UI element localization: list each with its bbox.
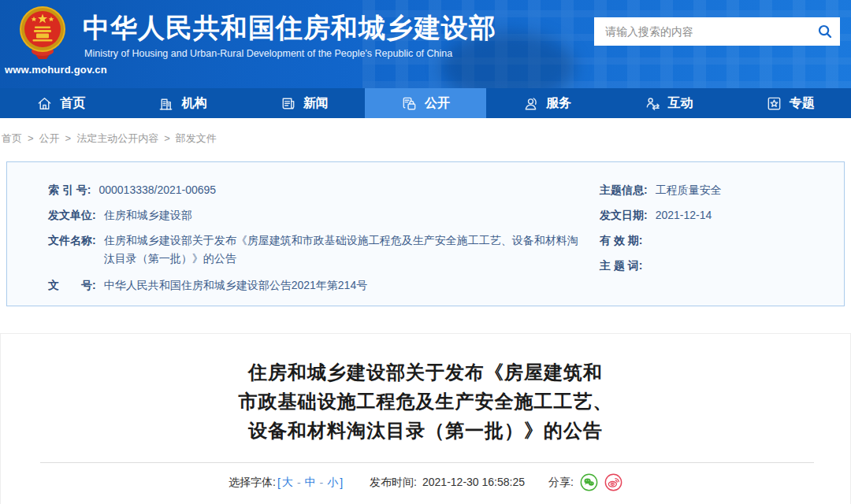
info-label: 有 效 期:: [600, 232, 642, 248]
info-row-file-name: 文件名称: 住房和城乡建设部关于发布《房屋建筑和市政基础设施工程危及生产安全施工…: [48, 232, 592, 268]
share-label: 分享:: [548, 476, 574, 490]
main-nav: 首页 机构 新闻 公开 服务 互动 专题: [0, 88, 851, 118]
article-title: 住房和城乡建设部关于发布《房屋建筑和 市政基础设施工程危及生产安全施工工艺、 设…: [1, 358, 850, 445]
font-bracket-open: [: [277, 476, 281, 489]
site-header: www.mohurd.gov.cn 中华人民共和国住房和城乡建设部 Minist…: [0, 0, 851, 88]
info-row-index-number: 索 引 号: 000013338/2021-00695: [48, 182, 592, 198]
nav-item-home[interactable]: 首页: [0, 88, 121, 118]
breadcrumb-ministry-docs[interactable]: 部发文件: [176, 132, 217, 144]
info-row-topic-info: 主题信息: 工程质量安全: [600, 182, 836, 198]
site-title-en: Ministry of Housing and Urban-Rural Deve…: [84, 48, 452, 59]
info-row-issue-date: 发文日期: 2021-12-14: [600, 207, 836, 223]
info-row-validity: 有 效 期:: [600, 232, 836, 248]
article-title-line: 住房和城乡建设部关于发布《房屋建筑和: [1, 358, 850, 387]
font-size-large-button[interactable]: 大: [282, 476, 293, 490]
info-value: 工程质量安全: [656, 182, 722, 198]
info-row-keywords: 主 题 词:: [600, 258, 836, 273]
search-box: [594, 17, 840, 46]
info-left-column: 索 引 号: 000013338/2021-00695 发文单位: 住房和城乡建…: [48, 182, 592, 302]
article-panel: 住房和城乡建设部关于发布《房屋建筑和 市政基础设施工程危及生产安全施工工艺、 设…: [0, 333, 851, 504]
nav-label: 新闻: [303, 95, 329, 112]
info-label: 文件名称:: [48, 232, 96, 248]
building-icon: [158, 95, 174, 112]
title-divider: [40, 462, 814, 463]
nav-label: 服务: [546, 95, 571, 112]
nav-label: 专题: [790, 95, 815, 112]
info-label: 发文日期:: [600, 207, 648, 223]
info-label: 主 题 词:: [600, 258, 642, 273]
star-box-icon: [766, 95, 782, 112]
breadcrumb-home[interactable]: 首页: [2, 132, 22, 144]
article-toolbar: 选择字体: [ 大 - 中 - 小 ] 发布时间: 2021-12-30 16:…: [1, 473, 850, 491]
info-row-issuing-unit: 发文单位: 住房和城乡建设部: [48, 207, 592, 223]
info-label: 索 引 号:: [48, 182, 91, 198]
nav-item-news[interactable]: 新闻: [243, 88, 365, 118]
interaction-arrows-icon: [645, 95, 661, 112]
nav-item-disclosure[interactable]: 公开: [365, 88, 486, 118]
nav-item-topics[interactable]: 专题: [730, 88, 851, 118]
info-row-doc-number: 文 号: 中华人民共和国住房和城乡建设部公告2021年第214号: [48, 277, 592, 293]
font-separator: -: [320, 476, 324, 489]
font-size-medium-button[interactable]: 中: [305, 476, 316, 490]
font-separator: -: [297, 476, 301, 489]
info-value: 000013338/2021-00695: [98, 182, 216, 198]
info-value: 2021-12-14: [656, 207, 712, 223]
home-icon: [36, 95, 53, 112]
breadcrumb-separator: >: [164, 132, 170, 144]
article-title-line: 市政基础设施工程危及生产安全施工工艺、: [1, 387, 850, 416]
share-group: 分享:: [548, 473, 622, 491]
nav-item-interaction[interactable]: 互动: [608, 88, 729, 118]
font-size-small-button[interactable]: 小: [327, 476, 338, 490]
search-icon[interactable]: [810, 17, 840, 46]
info-label: 发文单位:: [48, 207, 96, 223]
wechat-icon[interactable]: [580, 473, 598, 491]
info-value: 住房和城乡建设部关于发布《房屋建筑和市政基础设施工程危及生产安全施工工艺、设备和…: [104, 232, 585, 268]
site-title-cn: 中华人民共和国住房和城乡建设部: [83, 10, 496, 46]
article-title-line: 设备和材料淘汰目录（第一批）》的公告: [1, 416, 850, 445]
breadcrumb: 首页>公开>法定主动公开内容>部发文件: [2, 132, 217, 146]
nav-item-org[interactable]: 机构: [121, 88, 243, 118]
info-value: 中华人民共和国住房和城乡建设部公告2021年第214号: [104, 277, 368, 293]
breadcrumb-statutory[interactable]: 法定主动公开内容: [76, 132, 158, 144]
nav-label: 首页: [60, 95, 85, 112]
nav-label: 互动: [668, 95, 693, 112]
national-emblem: [18, 4, 67, 62]
info-value: 住房和城乡建设部: [104, 207, 192, 223]
disclosure-lock-icon: [401, 95, 418, 112]
breadcrumb-separator: >: [65, 132, 72, 144]
document-info-box: 索 引 号: 000013338/2021-00695 发文单位: 住房和城乡建…: [6, 161, 845, 306]
weibo-icon[interactable]: [604, 473, 622, 491]
search-input[interactable]: [594, 17, 810, 46]
publish-time-label: 发布时间:: [370, 476, 417, 490]
info-right-column: 主题信息: 工程质量安全 发文日期: 2021-12-14 有 效 期: 主 题…: [600, 182, 836, 283]
breadcrumb-disclosure[interactable]: 公开: [39, 132, 60, 144]
nav-label: 公开: [425, 95, 450, 112]
news-icon: [280, 95, 296, 112]
nav-label: 机构: [181, 95, 206, 112]
font-size-label: 选择字体:: [229, 476, 276, 490]
breadcrumb-separator: >: [28, 132, 34, 144]
service-person-icon: [522, 95, 539, 112]
publish-time-value: 2021-12-30 16:58:25: [422, 476, 525, 490]
publish-time-group: 发布时间: 2021-12-30 16:58:25: [370, 476, 525, 490]
site-url: www.mohurd.gov.cn: [5, 64, 107, 76]
info-label: 文 号:: [48, 277, 96, 293]
font-bracket-close: ]: [340, 476, 343, 489]
nav-item-service[interactable]: 服务: [486, 88, 608, 118]
info-label: 主题信息:: [600, 182, 648, 198]
